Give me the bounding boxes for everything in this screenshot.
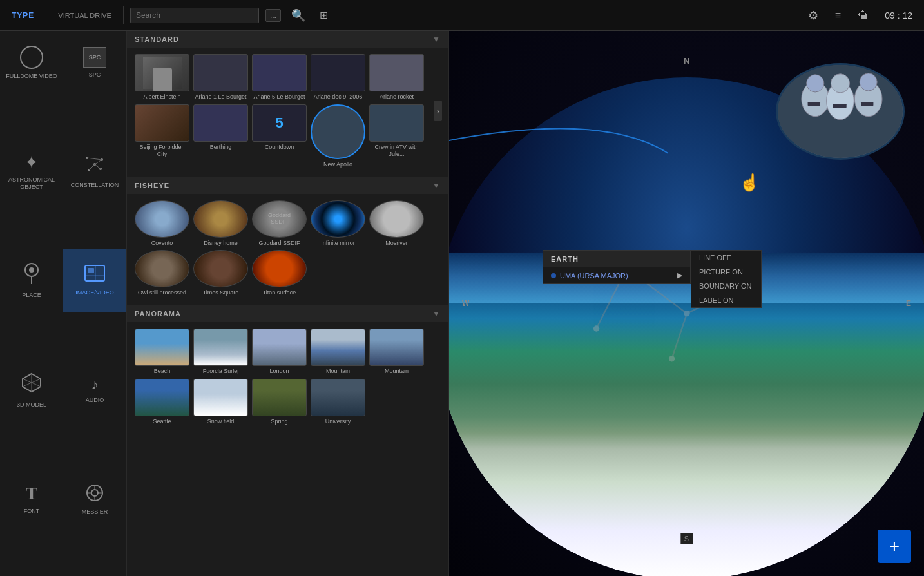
compass-s: S bbox=[680, 533, 693, 544]
media-item-countdown[interactable]: 5 Countdown bbox=[252, 104, 307, 168]
thumb-goddard: GoddardSSDIF bbox=[252, 200, 307, 238]
label-berthing: Berthing bbox=[210, 144, 232, 151]
thumb-mosriver bbox=[369, 200, 424, 238]
media-item-covento[interactable]: Covento bbox=[135, 200, 189, 247]
svg-line-28 bbox=[671, 314, 686, 359]
svg-line-7 bbox=[89, 164, 95, 170]
label-ariane-rocket: Ariane rocket bbox=[380, 93, 414, 101]
settings-icon[interactable]: ⚙ bbox=[803, 8, 823, 23]
fisheye-section-header[interactable]: FISHEYE ▼ bbox=[127, 177, 448, 194]
label-times-square: Times Square bbox=[203, 289, 239, 296]
standard-scroll-right[interactable]: › bbox=[434, 101, 442, 121]
standard-section-header[interactable]: STANDARD ▼ bbox=[127, 31, 448, 48]
sidebar-item-label: ASTRONOMICAL OBJECT bbox=[3, 177, 60, 191]
media-item-ariane-5[interactable]: Ariane 5 Le Bourget bbox=[252, 54, 307, 101]
svg-point-34 bbox=[593, 325, 599, 331]
sidebar-item-constellation[interactable]: CONSTELLATION bbox=[63, 140, 126, 203]
media-item-beach[interactable]: Beach bbox=[135, 329, 189, 375]
label-titan-surface: Titan surface bbox=[263, 289, 296, 296]
fisheye-items-grid: Covento Disney home GoddardSSDIF Goddard… bbox=[127, 194, 448, 303]
sidebar-item-fulldome-video[interactable]: FULLDOME VIDEO bbox=[0, 31, 63, 94]
media-item-mountain-2[interactable]: Mountain bbox=[369, 329, 424, 375]
media-item-ariane-rocket[interactable]: Ariane rocket bbox=[369, 54, 424, 101]
thumb-disney-home bbox=[193, 200, 248, 238]
label-beach: Beach bbox=[154, 368, 171, 375]
media-item-ariane-1[interactable]: Ariane 1 Le Bourget bbox=[193, 54, 248, 101]
thumb-infinite-mirror bbox=[311, 200, 365, 238]
audio-levels-icon[interactable]: ≡ bbox=[830, 10, 846, 21]
media-item-fuorcla-surlej[interactable]: Fuorcla Surlej bbox=[193, 329, 248, 375]
media-item-owl[interactable]: Owl still processed bbox=[135, 250, 189, 296]
label-owl: Owl still processed bbox=[138, 289, 186, 296]
option-label-on[interactable]: LABEL ON bbox=[691, 293, 761, 307]
weather-icon[interactable]: 🌤 bbox=[852, 10, 873, 21]
label-mosriver: Mosriver bbox=[385, 240, 408, 247]
option-line-off[interactable]: LINE OFF bbox=[691, 251, 761, 265]
option-boundary-on[interactable]: BOUNDARY ON bbox=[691, 279, 761, 293]
svg-rect-42 bbox=[808, 102, 820, 106]
sidebar-item-3d-model[interactable]: 3D MODEL bbox=[0, 358, 63, 421]
sidebar-item-label: MESSIER bbox=[82, 508, 108, 515]
add-button[interactable]: + bbox=[878, 530, 911, 563]
panorama-label: PANORAMA bbox=[135, 310, 181, 318]
3d-model-icon bbox=[21, 372, 43, 398]
media-item-seattle[interactable]: Seattle bbox=[135, 379, 189, 425]
sidebar-item-spc[interactable]: SPC SPC bbox=[63, 31, 126, 94]
context-earth-label: EARTH bbox=[543, 251, 690, 267]
search-icon[interactable]: 🔍 bbox=[287, 8, 309, 23]
sidebar-item-messier[interactable]: MESSIER bbox=[63, 467, 126, 530]
thumb-ariane-rocket bbox=[369, 54, 424, 91]
clock-display: 09 : 12 bbox=[880, 10, 918, 21]
more-button[interactable]: ... bbox=[265, 9, 281, 22]
media-item-ariane-dec[interactable]: Ariane dec 9, 2006 bbox=[311, 54, 365, 101]
media-item-berthing[interactable]: Berthing bbox=[193, 104, 248, 168]
context-right-panel: LINE OFF PICTURE ON BOUNDARY ON LABEL ON bbox=[691, 250, 762, 308]
media-item-titan-surface[interactable]: Titan surface bbox=[252, 250, 307, 296]
media-item-infinite-mirror[interactable]: Infinite mirror bbox=[311, 200, 365, 247]
fisheye-chevron: ▼ bbox=[432, 181, 441, 190]
media-item-goddard[interactable]: GoddardSSDIF Goddard SSDIF bbox=[252, 200, 307, 247]
media-item-albert-einstein[interactable]: Albert Einstein bbox=[135, 54, 189, 101]
search-input[interactable] bbox=[130, 8, 259, 23]
media-item-university[interactable]: University bbox=[311, 379, 365, 425]
sidebar-item-label: FULLDOME VIDEO bbox=[6, 73, 57, 80]
context-uma-row[interactable]: UMA (URSA MAJOR) ▶ bbox=[543, 267, 690, 283]
media-item-times-square[interactable]: Times Square bbox=[193, 250, 248, 296]
media-item-london[interactable]: London bbox=[252, 329, 307, 375]
thumb-countdown: 5 bbox=[252, 104, 307, 142]
panorama-section-header[interactable]: PANORAMA ▼ bbox=[127, 305, 448, 322]
label-fuorcla-surlej: Fuorcla Surlej bbox=[203, 368, 239, 375]
media-item-mountain-1[interactable]: Mountain bbox=[311, 329, 365, 375]
grid-icon[interactable]: ⊞ bbox=[316, 9, 332, 21]
option-picture-on[interactable]: PICTURE ON bbox=[691, 265, 761, 279]
media-item-snow-field[interactable]: Snow field bbox=[193, 379, 248, 425]
thumb-covento bbox=[135, 200, 189, 238]
thumb-spring bbox=[252, 379, 307, 416]
panorama-chevron: ▼ bbox=[432, 309, 441, 318]
media-item-spring[interactable]: Spring bbox=[252, 379, 307, 425]
media-item-beijing[interactable]: Beijing Forbidden City bbox=[135, 104, 189, 168]
sidebar-item-image-video[interactable]: IMAGE/VIDEO bbox=[63, 249, 126, 312]
media-item-new-apollo[interactable]: New Apollo bbox=[311, 104, 365, 168]
thumb-mountain-1 bbox=[311, 329, 365, 366]
svg-point-33 bbox=[668, 356, 674, 361]
sidebar-item-font[interactable]: T FONT bbox=[0, 467, 63, 530]
sidebar-item-audio[interactable]: ♪ AUDIO bbox=[63, 358, 126, 421]
panorama-section: PANORAMA ▼ Beach Fuorcla Surlej London bbox=[127, 305, 448, 432]
thumb-fuorcla-surlej bbox=[193, 329, 248, 366]
media-item-disney-home[interactable]: Disney home bbox=[193, 200, 248, 247]
media-item-crew-atv[interactable]: Crew in ATV with Jule... bbox=[369, 104, 424, 168]
label-infinite-mirror: Infinite mirror bbox=[321, 240, 355, 247]
label-disney-home: Disney home bbox=[204, 240, 238, 247]
label-new-apollo: New Apollo bbox=[323, 161, 352, 168]
panorama-items-grid: Beach Fuorcla Surlej London Mountain Mou… bbox=[127, 322, 448, 432]
thumb-snow-field bbox=[193, 379, 248, 416]
topbar-divider-2 bbox=[123, 6, 124, 24]
sidebar-item-astronomical-object[interactable]: ✦ ASTRONOMICAL OBJECT bbox=[0, 140, 63, 203]
sidebar-item-place[interactable]: PLACE bbox=[0, 249, 63, 312]
sidebar-item-label: PLACE bbox=[22, 292, 41, 298]
label-ariane-dec: Ariane dec 9, 2006 bbox=[314, 93, 363, 101]
label-mountain-1: Mountain bbox=[326, 368, 350, 375]
media-item-mosriver[interactable]: Mosriver bbox=[369, 200, 424, 247]
astronaut-overlay bbox=[776, 63, 905, 160]
